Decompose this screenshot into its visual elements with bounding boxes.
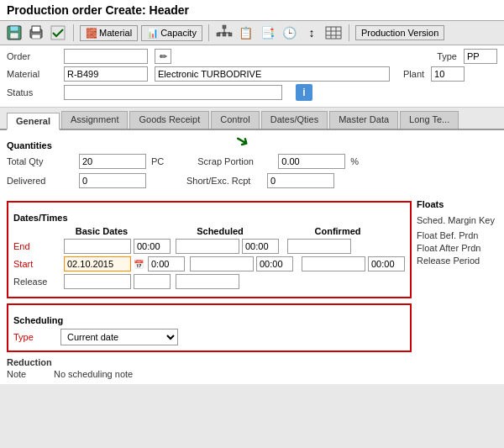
- scheduled-header: Scheduled: [186, 226, 254, 236]
- scrap-unit: %: [350, 156, 359, 166]
- svg-rect-7: [223, 25, 226, 29]
- items-icon[interactable]: 📑: [259, 24, 277, 42]
- dates-title: Dates/Times: [13, 213, 405, 223]
- release-time-input[interactable]: [134, 274, 171, 289]
- check-icon[interactable]: [49, 24, 67, 42]
- dates-header: Basic Dates Scheduled Confirmed: [64, 226, 405, 236]
- scheduling-title: Scheduling: [13, 315, 405, 325]
- clock-icon[interactable]: 🕒: [281, 24, 299, 42]
- tab-master-data[interactable]: Master Data: [329, 111, 398, 129]
- short-exc-input[interactable]: [267, 173, 334, 188]
- plant-input[interactable]: [431, 66, 465, 82]
- tab-control[interactable]: Control: [211, 111, 259, 129]
- header-area: Order ✏ Type Material Plant Status i: [0, 45, 504, 108]
- release-label: Release: [13, 277, 64, 287]
- confirmed-header: Confirmed: [304, 226, 371, 236]
- end-date-input[interactable]: [64, 239, 131, 254]
- total-qty-input[interactable]: [79, 154, 146, 169]
- plant-label: Plant: [403, 69, 424, 79]
- info-icon[interactable]: i: [296, 84, 312, 101]
- short-exc-label: Short/Exc. Rcpt: [186, 176, 262, 186]
- edit-icon[interactable]: ✏: [155, 49, 171, 64]
- start-time-input[interactable]: [148, 256, 185, 271]
- quantities-title: Quantities: [7, 140, 497, 150]
- capacity-btn-label: Capacity: [160, 28, 197, 38]
- order-input[interactable]: [64, 49, 148, 64]
- tab-assignment[interactable]: Assignment: [61, 111, 128, 129]
- start-label: Start: [13, 259, 64, 269]
- confirmed-start-input[interactable]: [302, 256, 365, 271]
- svg-rect-10: [228, 33, 232, 36]
- float-bef-label: Float Bef. Prdn: [417, 230, 504, 240]
- total-qty-label: Total Qty: [7, 156, 74, 166]
- sched-release-input[interactable]: [176, 274, 239, 289]
- release-date-input[interactable]: [64, 274, 131, 289]
- order-row: Order ✏ Type: [7, 49, 497, 64]
- scheduling-type-row: Type Current date Forward Backward Today: [13, 329, 405, 345]
- print-icon[interactable]: [27, 24, 45, 42]
- note-label: Note: [7, 369, 49, 379]
- svg-rect-4: [32, 26, 40, 32]
- svg-rect-13: [326, 27, 341, 39]
- confirmed-start-time-input[interactable]: [368, 256, 405, 271]
- capacity-button[interactable]: 📊 Capacity: [141, 25, 202, 41]
- delivered-row: Delivered: [7, 173, 146, 188]
- svg-rect-8: [217, 33, 220, 36]
- title-text: Production order Create: Header: [7, 3, 189, 17]
- material-button[interactable]: 🧱 Material: [80, 25, 138, 41]
- short-exc-row: Short/Exc. Rcpt: [186, 173, 334, 188]
- prod-version-label: Production Version: [361, 28, 438, 38]
- floats-title: Floats: [417, 199, 504, 209]
- status-label: Status: [7, 87, 57, 98]
- org-icon[interactable]: [215, 24, 234, 42]
- status-row: Status i: [7, 84, 497, 101]
- production-version-button[interactable]: Production Version: [355, 25, 444, 40]
- material-input[interactable]: [64, 66, 148, 82]
- status-input[interactable]: [64, 85, 282, 100]
- type-input[interactable]: [464, 49, 497, 64]
- material-row: Material Plant: [7, 66, 497, 82]
- margin-key-row: Sched. Margin Key: [417, 213, 504, 228]
- save-icon[interactable]: [5, 24, 24, 42]
- reduction-row: Reduction: [7, 357, 412, 367]
- sched-start-input[interactable]: [190, 256, 254, 271]
- dates-section: Dates/Times Basic Dates Scheduled Confir…: [7, 201, 412, 298]
- release-row: Release: [13, 274, 405, 289]
- tab-goods-receipt[interactable]: Goods Receipt: [129, 111, 209, 129]
- material-label: Material: [7, 69, 57, 79]
- confirmed-end-input[interactable]: [287, 239, 351, 254]
- calendar-icon[interactable]: 📅: [132, 257, 145, 271]
- sched-type-label: Type: [13, 332, 55, 342]
- capacity-icon: 📊: [147, 28, 159, 39]
- scrap-input[interactable]: [278, 154, 345, 169]
- type-label: Type: [437, 51, 457, 61]
- start-row: Start 📅: [13, 256, 405, 271]
- tab-dates-qties[interactable]: Dates/Qties: [261, 111, 328, 129]
- svg-rect-1: [10, 26, 18, 31]
- reduction-label: Reduction: [7, 357, 52, 367]
- list-icon[interactable]: 📋: [237, 24, 255, 42]
- order-label: Order: [7, 51, 57, 61]
- combined-section: Dates/Times Basic Dates Scheduled Confir…: [7, 194, 497, 379]
- tab-general[interactable]: General: [7, 113, 60, 130]
- margin-key-label: Sched. Margin Key: [417, 215, 504, 225]
- move-icon[interactable]: ↕: [302, 24, 321, 42]
- start-date-input[interactable]: [64, 256, 131, 271]
- material-desc-input[interactable]: [155, 66, 390, 82]
- separator-3: [349, 24, 349, 41]
- sched-end-time-input[interactable]: [242, 239, 279, 254]
- sched-start-time-input[interactable]: [256, 256, 293, 271]
- main-content: Quantities Total Qty PC Scrap Portion % …: [0, 130, 504, 384]
- tab-long-text[interactable]: Long Te...: [400, 111, 459, 129]
- end-time-input[interactable]: [134, 239, 171, 254]
- svg-rect-9: [223, 33, 226, 36]
- delivered-input[interactable]: [79, 173, 146, 188]
- sched-type-select[interactable]: Current date Forward Backward Today: [60, 329, 178, 345]
- total-qty-row: Total Qty PC: [7, 154, 164, 169]
- table-icon[interactable]: [324, 24, 343, 42]
- left-dates-col: Dates/Times Basic Dates Scheduled Confir…: [7, 194, 412, 379]
- separator-1: [73, 24, 74, 41]
- sched-end-input[interactable]: [176, 239, 239, 254]
- delivered-label: Delivered: [7, 176, 74, 186]
- float-aft-label: Float After Prdn: [417, 243, 504, 253]
